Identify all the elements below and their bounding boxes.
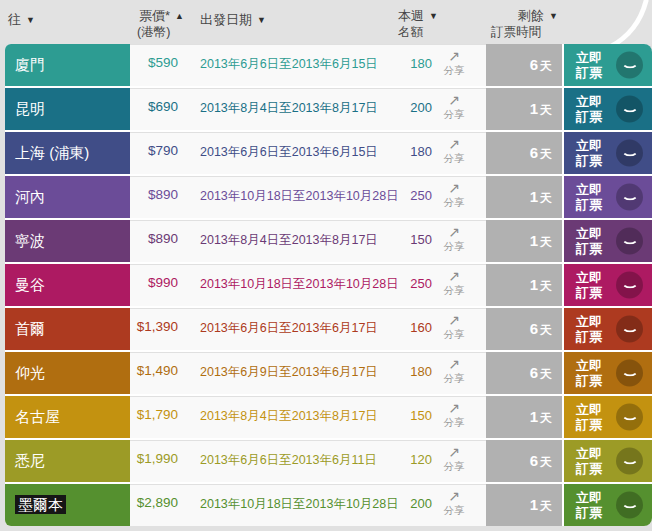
departure-dates: 2013年10月18日至2013年10月28日 <box>200 276 399 293</box>
book-now-button[interactable]: 立即訂票 <box>564 396 652 438</box>
fare-row: 廈門$5902013年6月6日至2013年6月15日180↗分享6天立即訂票 <box>0 44 652 86</box>
smile-icon <box>616 360 643 387</box>
share-button[interactable]: ↗分享 <box>438 356 470 392</box>
destination-label: 首爾 <box>15 320 45 337</box>
remaining-days-cell: 1天 <box>486 396 562 438</box>
book-now-button[interactable]: 立即訂票 <box>564 308 652 350</box>
departure-dates: 2013年6月6日至2013年6月17日 <box>200 320 378 337</box>
sort-desc-icon: ▼ <box>26 15 35 25</box>
book-now-label: 立即訂票 <box>576 490 602 520</box>
share-button[interactable]: ↗分享 <box>438 180 470 216</box>
remaining-days-unit: 天 <box>540 235 552 249</box>
book-now-label: 立即訂票 <box>576 50 602 80</box>
destination-cell[interactable]: 寧波 <box>5 220 130 262</box>
book-now-label-line2: 訂票 <box>576 241 602 256</box>
share-button[interactable]: ↗分享 <box>438 224 470 260</box>
book-now-button[interactable]: 立即訂票 <box>564 440 652 482</box>
smile-icon <box>616 448 643 475</box>
destination-label: 寧波 <box>15 232 45 249</box>
book-now-label-line1: 立即 <box>576 226 602 241</box>
share-button[interactable]: ↗分享 <box>438 48 470 84</box>
fare-row: 悉尼$1,9902013年6月6日至2013年6月11日120↗分享6天立即訂票 <box>0 440 652 482</box>
book-now-button[interactable]: 立即訂票 <box>564 176 652 218</box>
remaining-days-value: 6 <box>530 56 538 73</box>
departure-dates: 2013年10月18日至2013年10月28日 <box>200 496 399 513</box>
book-now-button[interactable]: 立即訂票 <box>564 44 652 86</box>
price-value: $1,390 <box>130 319 178 334</box>
share-label: 分享 <box>438 196 470 209</box>
destination-cell[interactable]: 廈門 <box>5 44 130 86</box>
book-now-label: 立即訂票 <box>576 314 602 344</box>
share-label: 分享 <box>438 108 470 121</box>
destination-label: 曼谷 <box>15 276 45 293</box>
book-now-button[interactable]: 立即訂票 <box>564 220 652 262</box>
destination-label: 墨爾本 <box>15 495 66 514</box>
fare-table-header: 往▼ 票價*▲ (港幣) 出發日期▼ 本週▼ 名額 剩餘▼ 訂票時間 <box>0 0 652 44</box>
weekly-quota-value: 180 <box>392 144 432 159</box>
book-now-button[interactable]: 立即訂票 <box>564 88 652 130</box>
remaining-days-cell: 6天 <box>486 44 562 86</box>
book-now-label-line2: 訂票 <box>576 505 602 520</box>
book-now-button[interactable]: 立即訂票 <box>564 484 652 526</box>
book-now-label-line1: 立即 <box>576 94 602 109</box>
smile-icon <box>616 96 643 123</box>
header-sort-destination[interactable]: 往▼ <box>8 11 35 29</box>
header-sort-weekly-quota[interactable]: 本週▼ <box>398 7 438 25</box>
share-label: 分享 <box>438 240 470 253</box>
remaining-days-value: 1 <box>530 276 538 293</box>
remaining-days-cell: 1天 <box>486 484 562 526</box>
book-now-label: 立即訂票 <box>576 226 602 256</box>
remaining-days-cell: 1天 <box>486 264 562 306</box>
fare-row-details: $5902013年6月6日至2013年6月15日180↗分享 <box>130 44 486 86</box>
header-sort-price[interactable]: 票價*▲ <box>139 7 184 25</box>
fare-row-details: $1,4902013年6月9日至2013年6月17日180↗分享 <box>130 352 486 394</box>
book-now-label: 立即訂票 <box>576 402 602 432</box>
destination-cell[interactable]: 墨爾本 <box>5 484 130 526</box>
remaining-days-cell: 1天 <box>486 176 562 218</box>
fare-row: 首爾$1,3902013年6月6日至2013年6月17日160↗分享6天立即訂票 <box>0 308 652 350</box>
share-button[interactable]: ↗分享 <box>438 444 470 480</box>
destination-cell[interactable]: 仰光 <box>5 352 130 394</box>
remaining-days-value: 1 <box>530 232 538 249</box>
book-now-label-line1: 立即 <box>576 314 602 329</box>
weekly-quota-value: 180 <box>392 56 432 71</box>
book-now-label-line1: 立即 <box>576 446 602 461</box>
remaining-days-value: 1 <box>530 100 538 117</box>
share-arrow-icon: ↗ <box>438 48 470 64</box>
book-now-label-line2: 訂票 <box>576 65 602 80</box>
share-arrow-icon: ↗ <box>438 488 470 504</box>
share-button[interactable]: ↗分享 <box>438 268 470 304</box>
book-now-label-line1: 立即 <box>576 50 602 65</box>
share-label: 分享 <box>438 152 470 165</box>
book-now-button[interactable]: 立即訂票 <box>564 352 652 394</box>
destination-cell[interactable]: 昆明 <box>5 88 130 130</box>
destination-cell[interactable]: 名古屋 <box>5 396 130 438</box>
destination-label: 廈門 <box>15 56 45 73</box>
remaining-days-value: 6 <box>530 144 538 161</box>
remaining-days-cell: 1天 <box>486 88 562 130</box>
remaining-days-unit: 天 <box>540 279 552 293</box>
sort-desc-icon: ▼ <box>429 11 438 21</box>
share-button[interactable]: ↗分享 <box>438 488 470 524</box>
fare-row: 墨爾本$2,8902013年10月18日至2013年10月28日200↗分享1天… <box>0 484 652 526</box>
book-now-label: 立即訂票 <box>576 270 602 300</box>
share-arrow-icon: ↗ <box>438 180 470 196</box>
destination-cell[interactable]: 上海 (浦東) <box>5 132 130 174</box>
share-button[interactable]: ↗分享 <box>438 92 470 128</box>
remaining-days-cell: 1天 <box>486 220 562 262</box>
fare-table-rows: 廈門$5902013年6月6日至2013年6月15日180↗分享6天立即訂票昆明… <box>0 44 652 528</box>
share-button[interactable]: ↗分享 <box>438 136 470 172</box>
fare-row-details: $9902013年10月18日至2013年10月28日250↗分享 <box>130 264 486 306</box>
share-button[interactable]: ↗分享 <box>438 312 470 348</box>
share-button[interactable]: ↗分享 <box>438 400 470 436</box>
destination-cell[interactable]: 曼谷 <box>5 264 130 306</box>
destination-cell[interactable]: 首爾 <box>5 308 130 350</box>
book-now-button[interactable]: 立即訂票 <box>564 264 652 306</box>
header-sort-departure-date[interactable]: 出發日期▼ <box>200 11 266 29</box>
book-now-button[interactable]: 立即訂票 <box>564 132 652 174</box>
header-sort-remaining-time[interactable]: 剩餘▼ <box>518 7 558 25</box>
destination-cell[interactable]: 河內 <box>5 176 130 218</box>
book-now-label: 立即訂票 <box>576 358 602 388</box>
book-now-label: 立即訂票 <box>576 182 602 212</box>
destination-cell[interactable]: 悉尼 <box>5 440 130 482</box>
